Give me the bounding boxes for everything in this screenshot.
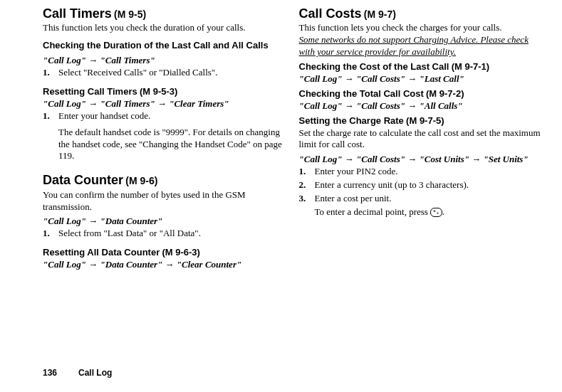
reset-data-path: "Call Log" → "Data Counter" → "Clear Cou… [43,259,285,271]
list-item: 1.Enter your PIN2 code. [299,166,541,178]
section-name: Call Log [78,368,112,378]
call-costs-heading: Call Costs [299,6,362,21]
reset-timers-code: (M 9-5-3) [140,86,177,97]
charge-rate-desc: Set the charge rate to calculate the cal… [299,127,541,152]
charge-rate-code: (M 9-7-5) [406,115,444,126]
check-duration-heading: Checking the Duration of the Last Call a… [43,40,269,51]
list-item: 3.Enter a cost per unit. [299,193,541,205]
total-cost-heading: Checking the Total Call Cost [299,88,424,99]
list-item: 1.Select "Received Calls" or "Dialled Ca… [43,67,285,79]
call-timers-heading: Call Timers [43,6,112,21]
charge-rate-path: "Call Log" → "Call Costs" → "Cost Units"… [299,154,541,166]
total-cost-path: "Call Log" → "Call Costs" → "All Calls" [299,100,541,112]
reset-timers-note: The default handset code is "9999". For … [58,127,285,163]
call-costs-code: (M 9-7) [364,9,396,20]
step3-extra: To enter a decimal point, press *₊. [315,206,541,218]
data-counter-heading: Data Counter [43,173,123,187]
list-item: 1.Select from "Last Data" or "All Data". [43,228,285,240]
data-counter-code: (M 9-6) [125,175,157,186]
page-footer: 136Call Log [43,368,112,379]
call-costs-note: Some networks do not support Charging Ad… [299,34,541,58]
reset-data-heading: Resetting All Data Counter [43,247,160,258]
left-column: Call Timers (M 9-5) This function lets y… [43,6,285,271]
asterisk-key-icon: *₊ [430,208,442,217]
reset-timers-path: "Call Log" → "Call Timers" → "Clear Time… [43,98,285,110]
page-number: 136 [43,368,57,378]
check-duration-path: "Call Log" → "Call Timers" [43,55,285,67]
call-timers-code: (M 9-5) [114,9,146,20]
last-call-path: "Call Log" → "Call Costs" → "Last Call" [299,73,541,85]
call-timers-desc: This function lets you check the duratio… [43,22,285,34]
reset-timers-heading: Resetting Call Timers [43,86,137,97]
reset-data-code: (M 9-6-3) [162,247,199,258]
last-call-code: (M 9-7-1) [452,61,489,72]
charge-rate-heading: Setting the Charge Rate [299,115,404,126]
total-cost-code: (M 9-7-2) [426,88,464,99]
list-item: 2.Enter a currency unit (up to 3 charact… [299,179,541,191]
data-counter-path: "Call Log" → "Data Counter" [43,216,285,228]
list-item: 1.Enter your handset code. [43,110,285,122]
right-column: Call Costs (M 9-7) This function lets yo… [299,6,541,271]
data-counter-desc: You can confirm the number of bytes used… [43,189,285,213]
last-call-heading: Checking the Cost of the Last Call [299,61,449,72]
call-costs-desc: This function lets you check the charges… [299,22,541,34]
